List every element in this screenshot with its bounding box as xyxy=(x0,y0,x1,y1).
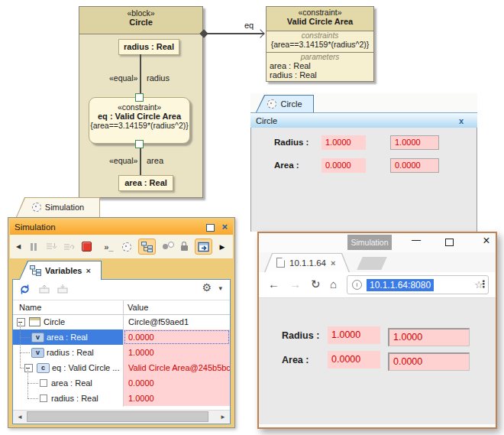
stop-button[interactable] xyxy=(82,242,92,252)
url-box[interactable]: i 10.1.1.64:8080 ☆ xyxy=(347,275,489,294)
column-value[interactable]: Value xyxy=(128,300,148,314)
panel-radius-label: Radius : xyxy=(274,138,309,147)
constraint-property[interactable]: «constraint» eq : Valid Circle Area {are… xyxy=(89,97,190,144)
step-into-button[interactable] xyxy=(45,242,57,252)
table-row-selected[interactable]: v area : Real 0.0000 xyxy=(13,329,230,345)
inactive-tab[interactable] xyxy=(357,257,387,270)
options-gear-button[interactable]: ⚙ xyxy=(202,281,212,294)
export-down-button[interactable] xyxy=(57,284,68,295)
home-icon[interactable]: ⌂ xyxy=(330,278,337,291)
simulation-titlebar[interactable]: Simulation × xyxy=(10,219,233,235)
row-value[interactable]: Valid Circle Area@245b5bc xyxy=(124,360,230,375)
simulation-close-button[interactable]: × xyxy=(221,221,228,232)
row-name: area : Real xyxy=(51,375,92,391)
row-value[interactable]: 0.0000 xyxy=(124,375,230,391)
page-icon xyxy=(276,258,285,268)
scroll-right-icon[interactable]: ► xyxy=(220,414,226,420)
web-radius-display: 1.0000 xyxy=(328,326,380,344)
maximize-button[interactable] xyxy=(445,239,454,246)
constraint-property-icon: c xyxy=(37,363,50,373)
web-area-input[interactable]: 0.0000 xyxy=(388,352,470,371)
parameter-radius: radius : Real xyxy=(270,70,370,80)
back-icon[interactable]: ← xyxy=(268,278,279,291)
variables-tab-icon xyxy=(30,265,41,276)
options-dropdown-icon[interactable]: ▾ xyxy=(218,284,222,292)
browser-window-label: Simulation xyxy=(347,235,392,250)
radius-parameter-port[interactable] xyxy=(135,93,144,102)
url-input[interactable]: 10.1.1.64:8080 xyxy=(367,279,434,291)
variables-tree-icon xyxy=(141,242,153,252)
tab-circle[interactable]: Circle xyxy=(256,95,314,112)
console-button[interactable]: »_ xyxy=(104,242,113,252)
row-value[interactable]: 1.0000 xyxy=(124,345,230,360)
circle-panel-close-button[interactable]: x xyxy=(459,113,464,128)
eq-connector[interactable] xyxy=(203,33,264,34)
web-radius-label: Radius : xyxy=(282,330,319,341)
area-part[interactable]: area : Real xyxy=(118,175,173,191)
constraint-property-stereotype: «constraint» xyxy=(89,102,189,112)
table-row[interactable]: area : Real 0.0000 xyxy=(13,375,230,391)
step-over-button[interactable] xyxy=(63,242,75,252)
constraint-block[interactable]: «constraint» Valid Circle Area constrain… xyxy=(266,6,374,82)
constraint-block-stereotype: «constraint» xyxy=(267,8,373,17)
panel-area-input[interactable]: 0.0000 xyxy=(390,158,439,173)
breakpoints-button[interactable] xyxy=(163,242,174,252)
radius-role-label: radius xyxy=(147,73,170,83)
animation-options-button[interactable] xyxy=(122,242,131,252)
panel-area-label: Area : xyxy=(274,161,299,170)
stop-icon xyxy=(82,242,92,252)
maximize-icon xyxy=(445,239,454,246)
area-parameter-port[interactable] xyxy=(135,140,144,148)
constraint-block-name: Valid Circle Area xyxy=(267,17,373,26)
binding-connector-area[interactable] xyxy=(140,148,141,176)
browser-titlebar[interactable]: Simulation — × xyxy=(259,233,496,252)
tab-variables-close-icon[interactable]: × xyxy=(86,266,90,275)
tab-simulation[interactable]: Simulation xyxy=(16,197,100,217)
browser-menu-icon[interactable]: ⋮ xyxy=(479,278,489,290)
info-icon[interactable]: i xyxy=(352,280,362,290)
export-up-button[interactable] xyxy=(39,284,50,295)
browser-tab-close-icon[interactable]: × xyxy=(331,258,335,268)
table-row[interactable]: c eq : Valid Circle ... Valid Circle Are… xyxy=(13,360,230,375)
web-radius-input[interactable]: 1.0000 xyxy=(388,328,470,346)
minimize-button[interactable]: — xyxy=(409,235,424,245)
table-row[interactable]: Circle Circle@f59aed1 xyxy=(13,314,230,329)
browser-tab[interactable]: 10.1.1.64 × xyxy=(264,253,350,272)
tab-variables-label: Variables xyxy=(45,266,82,275)
variables-panel: ⚙ ▾ Name Value Circle Circle@f59ae xyxy=(12,279,231,424)
parameter-icon xyxy=(40,379,47,387)
variables-view-button[interactable] xyxy=(138,239,156,255)
scrollbar-thumb[interactable] xyxy=(27,411,208,422)
close-button[interactable]: × xyxy=(479,234,494,248)
refresh-button[interactable] xyxy=(19,284,31,297)
row-value[interactable]: Circle@f59aed1 xyxy=(124,314,230,329)
lock-button[interactable] xyxy=(181,242,188,251)
browser-tabstrip: 10.1.1.64 × xyxy=(259,252,496,272)
tab-variables[interactable]: Variables × xyxy=(19,261,102,280)
table-row[interactable]: v radius : Real 1.0000 xyxy=(13,345,230,360)
table-row[interactable]: radius : Real 1.0000 xyxy=(13,391,230,406)
column-name[interactable]: Name xyxy=(19,303,41,312)
browser-window: Simulation — × 10.1.1.64 × ← → ↻ ⌂ xyxy=(257,232,497,429)
circle-block-name: Circle xyxy=(79,18,202,27)
open-web-ui-button[interactable] xyxy=(195,239,212,255)
pause-button[interactable] xyxy=(30,243,37,251)
radius-part[interactable]: radius : Real xyxy=(118,39,179,55)
panel-radius-input[interactable]: 1.0000 xyxy=(390,135,439,150)
step-over-icon xyxy=(63,242,75,252)
float-window-icon[interactable] xyxy=(206,224,215,232)
parameter-icon xyxy=(40,394,47,402)
toolbar-overflow-left-icon[interactable]: ◀ xyxy=(16,243,21,250)
ui-mockup-icon xyxy=(267,99,276,109)
toolbar-overflow-right-icon[interactable]: ▶ xyxy=(219,243,225,251)
panel-radius-display: 1.0000 xyxy=(321,135,366,150)
scroll-left-icon[interactable]: ◄ xyxy=(17,414,23,420)
horizontal-scrollbar[interactable]: ◄ ► xyxy=(13,410,230,423)
forward-icon[interactable]: → xyxy=(289,278,301,291)
row-name: eq : Valid Circle ... xyxy=(52,360,122,375)
row-value[interactable]: 1.0000 xyxy=(124,391,230,406)
binding-connector-radius[interactable] xyxy=(140,54,141,93)
reload-icon[interactable]: ↻ xyxy=(311,278,321,291)
value-property-icon: v xyxy=(31,348,44,358)
row-value[interactable]: 0.0000 xyxy=(124,329,230,345)
